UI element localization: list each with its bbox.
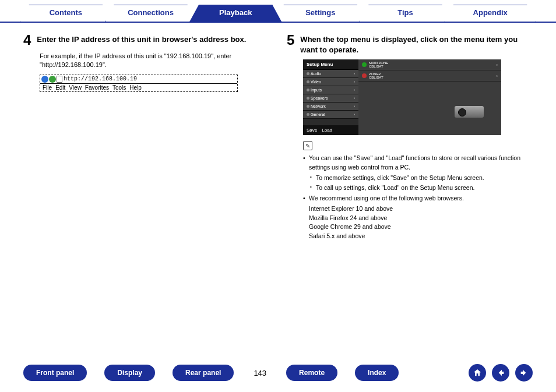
browser-rec: Safari 5.x and above [303, 232, 533, 241]
zone2-row: ZONE2 CBL/SAT › [358, 70, 501, 82]
top-tabs: Contents Connections Playback Settings T… [0, 0, 556, 23]
nav-display[interactable]: Display [104, 365, 155, 381]
menu-help: Help [129, 84, 142, 91]
step-description: For example, if the IP address of this u… [40, 52, 269, 70]
address-text: http://192.168.100.19 [64, 76, 137, 82]
setup-menu-sidebar: Setup Menu Audio› Video› Inputs› Speaker… [303, 59, 358, 135]
setup-menu-screenshot: Setup Menu Audio› Video› Inputs› Speaker… [303, 59, 501, 135]
setup-menu-title: Setup Menu [303, 59, 358, 70]
tab-appendix[interactable]: Appendix [444, 5, 536, 22]
step-number: 4 [23, 33, 31, 47]
zone-sub: CBL/SAT [369, 76, 383, 79]
tab-connections[interactable]: Connections [105, 5, 197, 22]
home-icon[interactable] [469, 364, 486, 382]
tab-tips[interactable]: Tips [360, 5, 452, 22]
main-content: 4 Enter the IP address of this unit in b… [0, 23, 556, 241]
page-number: 143 [251, 369, 269, 377]
prev-page-icon[interactable] [492, 364, 509, 382]
menu-edit: Edit [55, 84, 65, 91]
nav-icon-group [469, 364, 533, 382]
nav-remote[interactable]: Remote [286, 365, 337, 381]
right-column: 5 When the top menu is displayed, click … [287, 33, 533, 241]
setup-load: Load [322, 128, 332, 133]
browser-rec: Internet Explorer 10 and above [303, 204, 533, 214]
setup-item-inputs: Inputs› [303, 86, 358, 94]
setup-item-general: General› [303, 111, 358, 119]
setup-item-audio: Audio› [303, 70, 358, 78]
next-page-icon[interactable] [515, 364, 533, 382]
browser-menu-bar: File Edit View Favorites Tools Help [40, 83, 237, 91]
note-subbullet: To call up settings, click "Load" on the… [303, 183, 533, 193]
page-icon [57, 76, 62, 83]
note-subbullet: To memorize settings, click "Save" on th… [303, 174, 533, 183]
nav-front-panel[interactable]: Front panel [23, 365, 87, 381]
browser-mock: http://192.168.100.19 File Edit View Fav… [40, 75, 238, 92]
nav-rear-panel[interactable]: Rear panel [173, 365, 234, 381]
setup-buttons: Save Load [303, 125, 358, 135]
menu-tools: Tools [112, 84, 126, 91]
power-icon [362, 62, 367, 67]
left-column: 4 Enter the IP address of this unit in b… [23, 33, 269, 241]
notes-list: You can use the "Save" and "Load" functi… [303, 154, 533, 241]
browser-rec: Google Chrome 29 and above [303, 223, 533, 232]
note-bullet: We recommend using one of the following … [303, 194, 533, 203]
menu-file: File [43, 84, 52, 91]
setup-save: Save [307, 128, 317, 133]
browser-address-bar: http://192.168.100.19 [40, 75, 237, 83]
setup-menu-main: MAIN ZONE CBL/SAT › ZONE2 CBL/SAT › [358, 59, 501, 135]
step-title: Enter the IP address of this unit in bro… [37, 33, 246, 47]
menu-view: View [69, 84, 82, 91]
main-zone-row: MAIN ZONE CBL/SAT › [358, 59, 501, 70]
reload-icon [49, 76, 56, 83]
zone-sub: CBL/SAT [369, 65, 388, 68]
tab-contents[interactable]: Contents [20, 5, 112, 22]
browser-rec: Mozilla Firefox 24 and above [303, 214, 533, 223]
tab-settings[interactable]: Settings [275, 5, 367, 22]
step-5-header: 5 When the top menu is displayed, click … [287, 33, 533, 55]
device-illustration [455, 106, 484, 118]
setup-item-video: Video› [303, 78, 358, 86]
setup-item-speakers: Speakers› [303, 94, 358, 103]
bottom-nav: Front panel Display Rear panel 143 Remot… [0, 364, 556, 382]
back-icon [41, 76, 48, 83]
note-bullet: You can use the "Save" and "Load" functi… [303, 154, 533, 172]
tab-playback[interactable]: Playback [189, 5, 281, 22]
step-title: When the top menu is displayed, click on… [300, 33, 533, 55]
setup-item-network: Network› [303, 103, 358, 111]
note-icon: ✎ [303, 141, 312, 150]
power-icon [362, 73, 367, 78]
nav-index[interactable]: Index [355, 365, 399, 381]
menu-favorites: Favorites [85, 84, 109, 91]
step-4-header: 4 Enter the IP address of this unit in b… [23, 33, 269, 47]
step-number: 5 [287, 33, 294, 55]
